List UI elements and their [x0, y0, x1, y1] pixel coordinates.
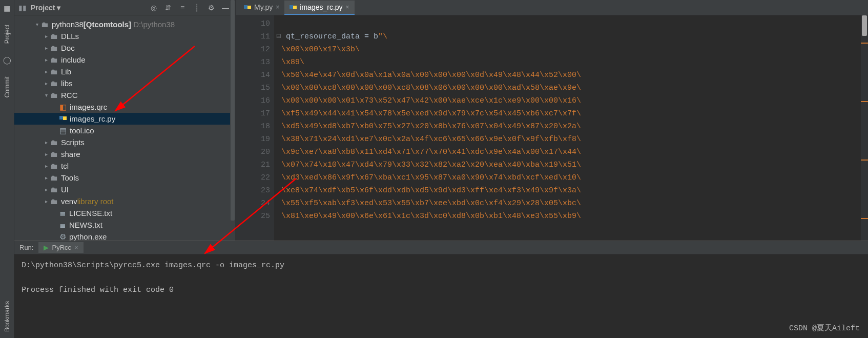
tree-twisty-icon[interactable]: ▾: [33, 22, 41, 27]
marker-stripe: [861, 160, 868, 161]
tree-folder[interactable]: ▾🖿RCC: [14, 89, 235, 101]
run-label: Run:: [19, 244, 33, 251]
text-file-icon: ≣: [59, 221, 66, 230]
code-line: ⊟qt_resource_data = b"\: [281, 30, 861, 43]
tree-item-label: tcl: [61, 162, 69, 170]
tree-folder[interactable]: ▸🖿DLLs: [14, 30, 235, 42]
editor-tabs: My.py×images_rc.py×: [236, 0, 868, 15]
target-icon[interactable]: ◎: [148, 2, 159, 13]
tree-file[interactable]: ⚙︎python.exe: [14, 231, 235, 241]
tree-folder[interactable]: ▸🖿venv library root: [14, 195, 235, 207]
python-file-icon: [290, 4, 297, 11]
chevron-down-icon: ▾: [57, 4, 60, 12]
folder-icon: ▮▮: [18, 4, 27, 12]
project-toolbar: ▮▮ Project ▾ ◎ ⇵ ≡ ┊ ⚙ —: [14, 0, 235, 15]
code-line: \x89\: [281, 56, 861, 69]
code-line: \xf5\x49\x44\x41\x54\x78\x5e\xed\x9d\x79…: [281, 107, 861, 120]
tree-folder[interactable]: ▸🖿Scripts: [14, 136, 235, 148]
tree-twisty-icon[interactable]: ▸: [42, 69, 50, 74]
tree-item-label: share: [61, 150, 80, 158]
play-icon: ▶: [44, 244, 49, 251]
text-file-icon: ≣: [59, 209, 66, 218]
folder-icon: 🖿: [50, 79, 58, 88]
tree-twisty-icon[interactable]: ▸: [42, 45, 50, 51]
commit-rail-label[interactable]: Commit: [4, 76, 11, 97]
project-rail-label[interactable]: Project: [4, 25, 11, 44]
tree-twisty-icon[interactable]: ▸: [42, 33, 50, 39]
tree-twisty-icon[interactable]: ▸: [42, 198, 50, 204]
tree-folder[interactable]: ▸🖿UI: [14, 184, 235, 195]
tree-twisty-icon[interactable]: ▸: [42, 57, 50, 63]
commit-rail-icon[interactable]: ◯: [3, 56, 11, 64]
project-scrollbar[interactable]: [230, 0, 235, 241]
folder-icon: 🖿: [50, 150, 58, 158]
marker-stripe: [861, 218, 868, 219]
tree-file[interactable]: ▤tool.ico: [14, 125, 235, 136]
tree-folder[interactable]: ▾🖿python38 [Qtcomtools] D:\python38: [14, 18, 235, 30]
left-tool-rail-bottom: Bookmarks: [0, 301, 14, 338]
editor-gutter: 10111213141516171819202122232425: [236, 15, 274, 241]
tree-twisty-icon[interactable]: ▸: [42, 140, 50, 145]
folder-icon: 🖿: [50, 185, 58, 194]
tree-item-label: NEWS.txt: [69, 221, 102, 229]
tree-item-label: include: [61, 55, 86, 64]
minimize-icon[interactable]: —: [220, 2, 231, 13]
expand-icon[interactable]: ≡: [177, 2, 188, 13]
folder-icon: 🖿: [41, 20, 49, 29]
tree-item-label: images_rc.py: [70, 114, 115, 123]
run-config-tab[interactable]: ▶ PyRcc ×: [38, 242, 83, 253]
marker-stripe: [861, 43, 868, 44]
tree-twisty-icon[interactable]: ▸: [42, 175, 50, 181]
tab-label: images_rc.py: [300, 3, 342, 11]
folder-icon: 🖿: [50, 138, 58, 147]
tree-folder[interactable]: ▸🖿Lib: [14, 66, 235, 77]
folder-icon: 🖿: [50, 67, 58, 76]
tree-twisty-icon[interactable]: ▸: [42, 163, 50, 169]
folder-icon: 🖿: [50, 55, 58, 64]
python-file-icon: [244, 4, 251, 11]
close-icon[interactable]: ×: [74, 244, 78, 251]
tree-folder[interactable]: ▸🖿Tools: [14, 172, 235, 184]
divider-icon: ┊: [191, 2, 202, 13]
ico-file-icon: ▤: [59, 126, 67, 135]
tree-file[interactable]: ≣NEWS.txt: [14, 219, 235, 231]
project-rail-icon[interactable]: ▦: [4, 4, 10, 12]
run-header: Run: ▶ PyRcc ×: [14, 241, 868, 254]
svg-rect-1: [63, 116, 67, 120]
tree-twisty-icon[interactable]: ▸: [42, 187, 50, 192]
run-output-line: Process finished with exit code 0: [22, 284, 861, 296]
folder-icon: 🖿: [50, 162, 58, 170]
scrollbar-thumb[interactable]: [231, 0, 235, 221]
bookmarks-rail-label[interactable]: Bookmarks: [4, 301, 11, 332]
collapse-icon[interactable]: ⇵: [162, 2, 174, 13]
scrollbar-thumb[interactable]: [862, 15, 867, 36]
editor-code[interactable]: ⊟qt_resource_data = b"\\x00\x00\x17\x3b\…: [274, 15, 861, 241]
tree-folder[interactable]: ▸🖿Doc: [14, 42, 235, 54]
tree-file[interactable]: ◧images.qrc: [14, 101, 235, 113]
code-editor[interactable]: 10111213141516171819202122232425 ⊟qt_res…: [236, 15, 868, 241]
tree-folder[interactable]: ▸🖿share: [14, 148, 235, 160]
tab-label: My.py: [254, 3, 273, 11]
editor-tab[interactable]: My.py×: [239, 1, 284, 15]
tree-folder[interactable]: ▸🖿libs: [14, 77, 235, 89]
editor-tab[interactable]: images_rc.py×: [284, 1, 354, 15]
tree-twisty-icon[interactable]: ▸: [42, 151, 50, 157]
tree-file[interactable]: ≣LICENSE.txt: [14, 207, 235, 219]
close-icon[interactable]: ×: [346, 4, 349, 11]
code-line: \x38\x71\x24\xd1\xe7\x0c\x2a\x4f\xc6\x65…: [281, 133, 861, 146]
close-icon[interactable]: ×: [276, 4, 279, 11]
run-output[interactable]: D:\python38\Scripts\pyrcc5.exe images.qr…: [14, 254, 868, 338]
tree-folder[interactable]: ▸🖿include: [14, 54, 235, 66]
code-line: \xd5\x49\xd8\xb7\xb0\x75\x27\x20\x8b\x76…: [281, 120, 861, 133]
tree-item-label: Tools: [61, 173, 79, 182]
tree-twisty-icon[interactable]: ▸: [42, 81, 50, 86]
project-view-dropdown[interactable]: Project ▾: [31, 4, 60, 12]
code-line: \x00\x00\x17\x3b\: [281, 43, 861, 56]
tree-item-label: UI: [61, 185, 69, 194]
tree-file[interactable]: images_rc.py: [14, 113, 235, 125]
settings-icon[interactable]: ⚙: [205, 2, 217, 13]
tree-folder[interactable]: ▸🖿tcl: [14, 160, 235, 172]
tree-twisty-icon[interactable]: ▾: [42, 92, 50, 98]
project-tree[interactable]: ▾🖿python38 [Qtcomtools] D:\python38▸🖿DLL…: [14, 15, 235, 241]
editor-scrollbar[interactable]: [861, 15, 868, 241]
